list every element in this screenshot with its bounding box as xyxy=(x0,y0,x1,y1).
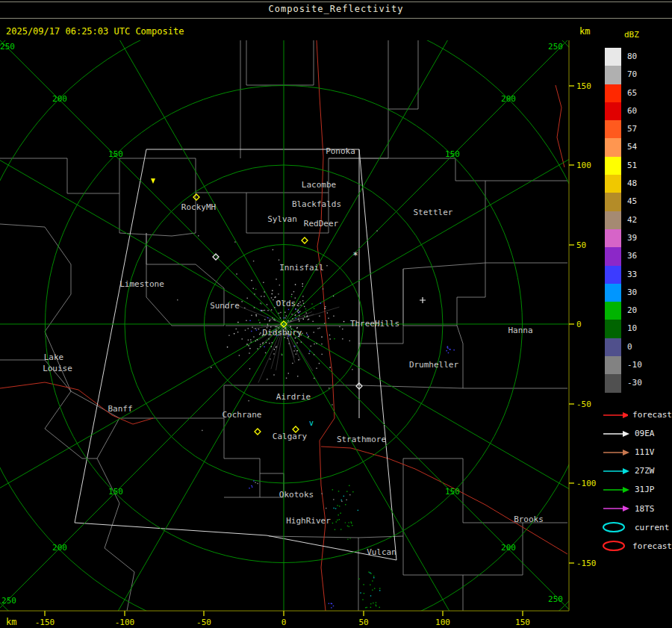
echo-pixel xyxy=(265,352,266,353)
echo-pixel xyxy=(298,303,299,304)
echo-pixel xyxy=(349,341,350,341)
echo-pixel xyxy=(331,607,332,608)
echo-pixel xyxy=(272,293,273,294)
echo-pixel xyxy=(449,349,450,349)
echo-pixel xyxy=(286,378,287,379)
echo-pixel xyxy=(316,367,317,368)
echo-pixel xyxy=(297,305,298,305)
echo-pixel xyxy=(255,341,256,341)
echo-pixel xyxy=(347,538,348,539)
track-arrow-icon xyxy=(602,485,630,495)
echo-pixel xyxy=(257,348,258,349)
dbz-value: 54 xyxy=(627,138,637,156)
echo-pixel xyxy=(284,317,285,318)
dbz-value: 60 xyxy=(627,102,637,120)
echo-pixel xyxy=(262,343,263,343)
echo-pixel xyxy=(316,343,317,343)
city-label: Didsbury xyxy=(263,328,302,338)
echo-pixel xyxy=(453,349,454,350)
echo-pixel xyxy=(333,499,334,500)
range-label: 250 xyxy=(0,42,15,52)
echo-pixel xyxy=(317,328,318,329)
echo-pixel xyxy=(256,315,257,316)
echo-pixel xyxy=(267,379,267,379)
bottom-axis-label: -100 xyxy=(115,618,135,627)
echo-pixel xyxy=(275,326,276,327)
echo-pixel xyxy=(280,312,281,313)
echo-pixel xyxy=(255,328,255,329)
echo-pixel xyxy=(244,308,245,308)
echo-pixel xyxy=(292,363,293,364)
echo-pixel xyxy=(263,342,264,343)
echo-pixel xyxy=(260,346,261,346)
echo-pixel xyxy=(271,309,272,310)
dbz-value: 45 xyxy=(627,193,637,211)
right-axis-unit: km xyxy=(579,26,590,37)
echo-pixel xyxy=(329,388,329,388)
echo-pixel xyxy=(299,302,300,302)
echo-pixel xyxy=(298,305,299,306)
echo-pixel xyxy=(297,376,298,376)
echo-pixel xyxy=(264,346,264,347)
echo-pixel xyxy=(198,235,199,236)
echo-pixel xyxy=(345,522,346,523)
track-row: 111V xyxy=(602,443,672,461)
right-axis-label: -150 xyxy=(576,559,597,568)
range-label: 150 xyxy=(108,487,123,497)
bottom-axis-label: -50 xyxy=(196,618,211,627)
city-label: Stettler xyxy=(414,208,453,217)
range-label: 250 xyxy=(548,594,563,604)
track-label: 31JP xyxy=(635,485,655,494)
echo-pixel xyxy=(319,316,320,317)
echo-pixel xyxy=(302,283,303,284)
echo-pixel xyxy=(370,607,371,608)
dbz-swatch xyxy=(605,175,621,193)
track-ellipse-icon xyxy=(602,522,630,532)
track-arrow-icon xyxy=(602,429,630,439)
echo-pixel xyxy=(323,288,323,289)
echo-pixel xyxy=(447,346,448,346)
echo-pixel xyxy=(253,261,254,261)
echo-pixel xyxy=(253,336,254,337)
echo-pixel xyxy=(302,286,303,287)
echo-pixel xyxy=(283,317,284,318)
echo-pixel xyxy=(374,588,375,588)
echo-pixel xyxy=(251,485,252,486)
echo-pixel xyxy=(289,343,290,343)
city-label: Blackfalds xyxy=(292,199,341,209)
echo-pixel xyxy=(326,265,327,266)
echo-pixel xyxy=(372,589,373,590)
dbz-scale-row: 0 xyxy=(605,338,672,356)
echo-pixel xyxy=(319,363,320,364)
echo-pixel xyxy=(211,367,211,367)
azimuth-line xyxy=(60,324,284,628)
right-axis-label: -100 xyxy=(576,479,597,488)
window-title: Composite_Reflectivity xyxy=(0,4,672,14)
echo-pixel xyxy=(246,343,247,344)
dbz-value: 39 xyxy=(627,229,637,247)
right-axis-label: 50 xyxy=(576,240,586,250)
echo-pixel xyxy=(298,310,299,311)
echo-pixel xyxy=(264,310,265,311)
echo-pixel xyxy=(272,290,273,290)
dbz-swatch xyxy=(605,48,621,66)
echo-pixel xyxy=(314,343,314,344)
city-label: Banff xyxy=(108,404,132,414)
echo-pixel xyxy=(307,335,308,335)
echo-pixel xyxy=(267,310,268,311)
track-label: 111V xyxy=(635,447,655,457)
timestamp: 2025/09/17 06:25:03 UTC Composite xyxy=(6,26,184,37)
echo-pixel xyxy=(249,488,249,488)
county-boundary xyxy=(358,385,463,388)
echo-pixel xyxy=(352,491,353,492)
site-diamond-icon xyxy=(193,194,199,200)
echo-pixel xyxy=(273,319,274,320)
echo-pixel xyxy=(334,338,335,339)
echo-pixel xyxy=(365,607,366,608)
echo-pixel xyxy=(352,369,352,370)
echo-pixel xyxy=(247,298,248,299)
echo-pixel xyxy=(345,504,346,505)
echo-pixel xyxy=(274,318,275,319)
map-layers: 250200150250200150150200250150200250*vPo… xyxy=(0,40,597,628)
city-label: Okotoks xyxy=(279,490,314,500)
